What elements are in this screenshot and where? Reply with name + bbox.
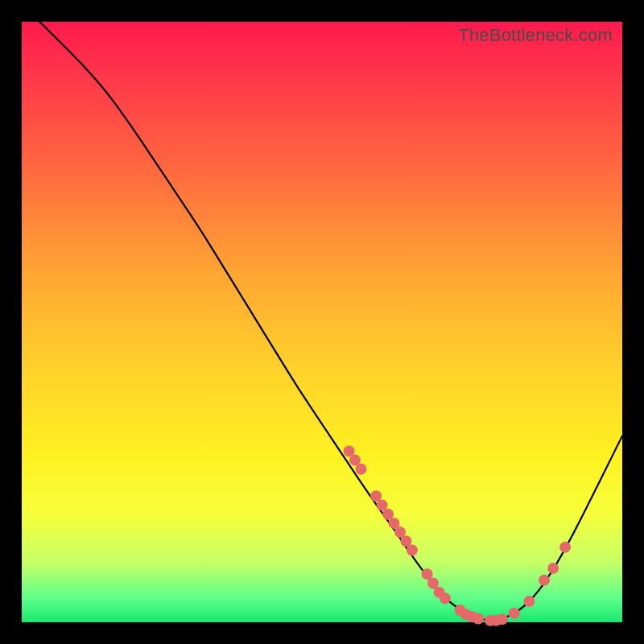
curve-points	[344, 445, 571, 625]
chart-frame: TheBottleneck.com	[22, 22, 622, 622]
curve-point	[407, 545, 418, 556]
bottleneck-curve	[39, 22, 622, 621]
curve-point	[509, 608, 520, 619]
curve-point	[497, 613, 508, 625]
curve-point	[473, 613, 484, 625]
curve-point	[356, 464, 367, 475]
chart-svg	[22, 22, 622, 622]
curve-point	[523, 596, 535, 607]
curve-point	[559, 542, 571, 553]
curve-point	[547, 563, 559, 574]
curve-point	[440, 592, 451, 604]
curve-point	[539, 575, 550, 586]
